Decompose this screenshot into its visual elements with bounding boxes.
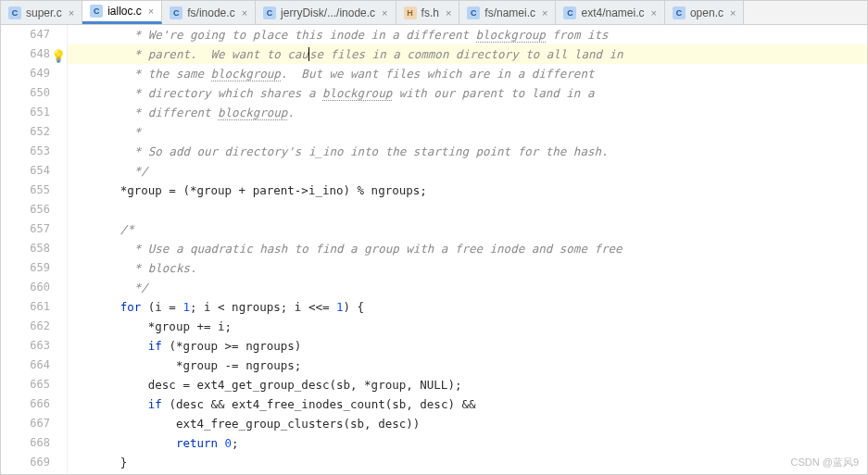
code-line[interactable]: * — [68, 122, 867, 142]
code-line[interactable]: * parent. We want to cause files in a co… — [68, 44, 867, 64]
c-file-icon: C — [467, 6, 480, 19]
code-token: */ — [127, 164, 148, 178]
close-icon[interactable]: × — [380, 7, 389, 19]
tab-label: fs.h — [421, 6, 439, 19]
tab-ext4-namei-c[interactable]: Cext4/namei.c× — [556, 1, 664, 24]
code-token: if — [148, 397, 162, 411]
tab-open-c[interactable]: Copen.c× — [665, 1, 744, 24]
code-line[interactable]: if (desc && ext4_free_inodes_count(sb, d… — [68, 394, 867, 414]
code-line[interactable]: * We're going to place this inode in a d… — [68, 25, 867, 44]
code-token: 0 — [225, 436, 233, 450]
code-token: ; — [232, 436, 239, 450]
c-file-icon: C — [8, 6, 21, 19]
tab-fs-namei-c[interactable]: Cfs/namei.c× — [459, 1, 556, 24]
code-token: from its — [546, 28, 609, 42]
code-token: */ — [127, 281, 148, 294]
code-line[interactable]: for (i = 1; i < ngroups; i <<= 1) { — [68, 297, 867, 317]
line-number: 656 — [1, 200, 50, 219]
code-line[interactable]: */ — [68, 278, 867, 297]
line-number: 658 — [1, 239, 50, 258]
code-token: (*group >= ngroups) — [162, 339, 302, 353]
c-file-icon: C — [263, 6, 276, 19]
code-line[interactable]: return 0; — [68, 433, 867, 453]
code-token: ) { — [344, 300, 365, 314]
code-token: blockgroup — [476, 28, 546, 43]
code-token: 1 — [182, 300, 190, 314]
close-icon[interactable]: × — [146, 6, 156, 17]
code-line[interactable]: } — [68, 453, 867, 472]
code-token — [218, 436, 225, 450]
tab-fs-inode-c[interactable]: Cfs/inode.c× — [162, 1, 256, 24]
line-number: 665 — [1, 375, 50, 394]
code-line[interactable] — [68, 200, 867, 219]
code-line[interactable]: *group = (*group + parent->i_ino) % ngro… — [68, 181, 867, 200]
code-token: (desc && ext4_free_inodes_count(sb, desc… — [162, 397, 476, 411]
code-line[interactable]: * blocks. — [68, 258, 867, 278]
code-line[interactable]: * the same blockgroup. But we want files… — [68, 64, 867, 83]
code-token: * parent. We want to cau — [127, 47, 308, 61]
code-token: * blocks. — [127, 261, 196, 275]
editor: 647648💡649650651652653654655656657658659… — [1, 25, 867, 474]
code-token: ; i < ngroups; i <<= — [190, 300, 336, 314]
line-number: 652 — [1, 122, 50, 142]
code-line[interactable]: ext4_free_group_clusters(sb, desc)) — [68, 414, 867, 433]
tab-label: super.c — [26, 6, 62, 19]
close-icon[interactable]: × — [540, 7, 549, 19]
tab-label: ialloc.c — [107, 5, 142, 18]
code-token: blockgroup — [218, 106, 287, 120]
close-icon[interactable]: × — [444, 7, 453, 19]
code-line[interactable]: *group -= ngroups; — [68, 356, 867, 375]
code-token: * different — [127, 106, 218, 119]
code-token: *group = (*group + parent->i_ino) % ngro… — [120, 183, 427, 197]
line-number: 664 — [1, 356, 50, 375]
code-token: * We're going to place this inode in a d… — [127, 28, 475, 42]
tab-label: open.c — [690, 6, 723, 19]
code-line[interactable]: */ — [68, 161, 867, 181]
code-token: } — [120, 456, 128, 469]
code-line[interactable]: desc = ext4_get_group_desc(sb, *group, N… — [68, 375, 867, 394]
tab-jerrydisk-inode-c[interactable]: CjerryDisk/.../inode.c× — [256, 1, 396, 24]
code-line[interactable]: /* — [68, 219, 867, 239]
code-token: *group -= ngroups; — [176, 358, 301, 372]
lightbulb-icon[interactable]: 💡 — [51, 46, 66, 66]
h-file-icon: H — [404, 6, 417, 19]
line-number: 651 — [1, 103, 50, 122]
code-token: for — [120, 300, 142, 314]
line-number: 655 — [1, 181, 50, 200]
close-icon[interactable]: × — [728, 7, 737, 19]
c-file-icon: C — [673, 6, 686, 19]
line-number: 662 — [1, 317, 50, 336]
line-number: 661 — [1, 297, 50, 317]
code-token: (i = — [141, 300, 182, 314]
line-number: 666 — [1, 394, 50, 414]
code-token: se files in a common directory to all la… — [309, 47, 623, 61]
code-token: /* — [120, 222, 134, 236]
code-area[interactable]: * We're going to place this inode in a d… — [68, 25, 867, 474]
c-file-icon: C — [90, 5, 103, 18]
code-line[interactable]: * Use a quadratic hash to find a group w… — [68, 239, 867, 258]
tab-ialloc-c[interactable]: Cialloc.c× — [82, 1, 162, 24]
c-file-icon: C — [563, 6, 576, 19]
code-token: . — [287, 106, 295, 119]
code-line[interactable]: * different blockgroup. — [68, 103, 867, 122]
code-line[interactable]: if (*group >= ngroups) — [68, 336, 867, 356]
code-line[interactable]: *group += i; — [68, 317, 867, 336]
code-line[interactable]: * directory which shares a blockgroup wi… — [68, 83, 867, 103]
code-token: * directory which shares a — [127, 86, 322, 100]
close-icon[interactable]: × — [67, 7, 76, 19]
line-number: 647 — [1, 25, 50, 44]
tab-super-c[interactable]: Csuper.c× — [1, 1, 82, 24]
line-number: 654 — [1, 161, 50, 181]
line-number: 649 — [1, 64, 50, 83]
line-number: 657 — [1, 219, 50, 239]
code-token: return — [176, 436, 218, 450]
tab-fs-h[interactable]: Hfs.h× — [396, 1, 460, 24]
line-number: 663 — [1, 336, 50, 356]
line-number: 650 — [1, 83, 50, 103]
close-icon[interactable]: × — [240, 7, 249, 19]
code-line[interactable]: * So add our directory's i_ino into the … — [68, 142, 867, 161]
close-icon[interactable]: × — [649, 7, 659, 19]
code-token: . But we want files which are in a diffe… — [281, 67, 595, 81]
line-number: 667 — [1, 414, 50, 433]
code-token: desc = ext4_get_group_desc(sb, *group, N… — [148, 378, 462, 392]
